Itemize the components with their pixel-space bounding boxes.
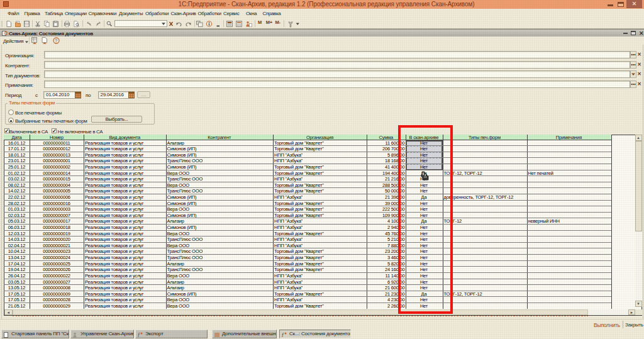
svg-text:f: f — [282, 332, 284, 338]
svg-text:f: f — [138, 332, 140, 338]
svg-text:?: ? — [55, 38, 57, 43]
